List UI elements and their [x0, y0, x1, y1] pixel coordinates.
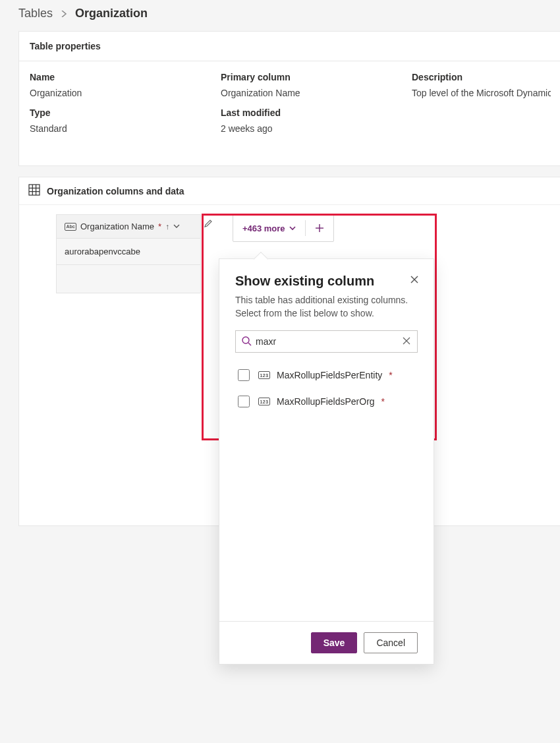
- column-checkbox[interactable]: [238, 396, 250, 407]
- label-last-modified: Last modified: [221, 107, 372, 118]
- svg-point-9: [242, 337, 249, 343]
- search-box[interactable]: [235, 330, 418, 353]
- label-description: Description: [412, 72, 551, 82]
- edit-icon[interactable]: [204, 220, 213, 230]
- grid-icon: [28, 184, 40, 198]
- chevron-right-icon: [61, 9, 67, 19]
- sort-asc-icon: ↑: [165, 222, 169, 231]
- more-columns-label: +463 more: [242, 223, 285, 233]
- table-row[interactable]: aurorabapenvccabe: [56, 238, 201, 264]
- table-row-empty[interactable]: [56, 264, 201, 293]
- label-type: Type: [30, 107, 181, 118]
- breadcrumb-current: Organization: [75, 7, 148, 20]
- more-columns-button[interactable]: +463 more: [233, 215, 305, 241]
- save-button[interactable]: Save: [311, 632, 358, 653]
- value-type: Standard: [30, 123, 181, 134]
- svg-line-10: [248, 343, 251, 345]
- search-input[interactable]: [252, 336, 401, 347]
- column-option[interactable]: 123 MaxRollupFieldsPerOrg *: [235, 388, 418, 415]
- clear-search-button[interactable]: [401, 336, 412, 348]
- card-title: Table properties: [19, 32, 560, 61]
- column-option-label: MaxRollupFieldsPerEntity: [277, 370, 382, 380]
- value-description: Top level of the Microsoft Dynamics 365 …: [412, 88, 551, 98]
- close-icon: [410, 275, 419, 284]
- breadcrumb-root[interactable]: Tables: [18, 7, 53, 20]
- required-asterisk: *: [389, 370, 392, 380]
- label-primary-column: Primary column: [221, 72, 372, 82]
- required-asterisk: *: [381, 396, 385, 407]
- column-checkbox[interactable]: [238, 369, 250, 381]
- flyout-title: Show existing column: [235, 274, 418, 289]
- show-existing-column-flyout: Show existing column This table has addi…: [219, 258, 434, 665]
- value-last-modified: 2 weeks ago: [221, 123, 372, 134]
- more-columns-pill: +463 more: [233, 214, 334, 242]
- number-type-icon: 123: [258, 398, 270, 405]
- column-option[interactable]: 123 MaxRollupFieldsPerEntity *: [235, 362, 418, 388]
- search-icon: [241, 336, 252, 348]
- svg-rect-0: [29, 185, 40, 195]
- label-name: Name: [30, 72, 181, 82]
- chevron-down-icon: [289, 223, 296, 233]
- close-icon: [403, 337, 410, 345]
- table-properties-card: Table properties Name Organization Type …: [18, 31, 560, 166]
- text-type-icon: Abc: [65, 223, 76, 231]
- flyout-description: This table has additional existing colum…: [235, 294, 418, 320]
- column-option-label: MaxRollupFieldsPerOrg: [277, 396, 375, 407]
- value-primary-column: Organization Name: [221, 88, 372, 98]
- close-button[interactable]: [407, 272, 422, 289]
- column-header-organization-name[interactable]: Abc Organization Name * ↑: [56, 214, 201, 238]
- number-type-icon: 123: [258, 371, 270, 379]
- data-section-title: Organization columns and data: [47, 186, 184, 196]
- breadcrumb: Tables Organization: [18, 7, 560, 20]
- add-column-button[interactable]: [306, 215, 333, 241]
- chevron-down-icon[interactable]: [173, 222, 180, 231]
- value-name: Organization: [30, 88, 181, 98]
- required-asterisk: *: [158, 222, 161, 231]
- column-header-label: Organization Name: [80, 222, 154, 231]
- cancel-button[interactable]: Cancel: [364, 632, 418, 653]
